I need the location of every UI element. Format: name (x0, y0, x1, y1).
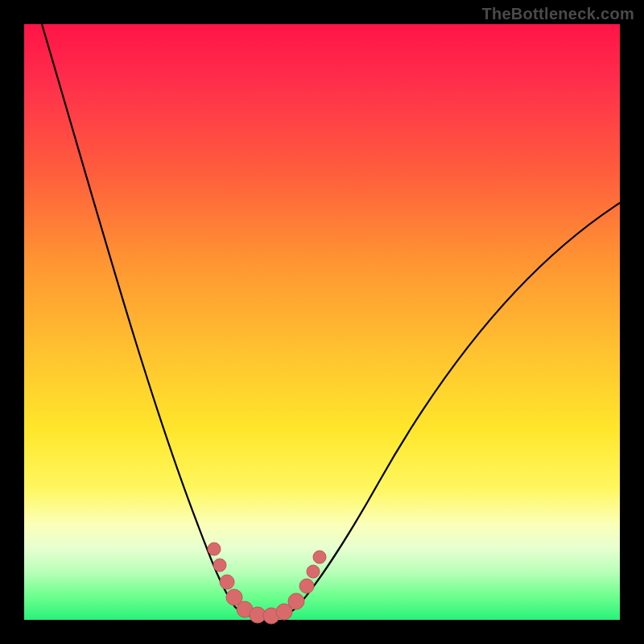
marker-dot (220, 575, 234, 589)
marker-dot (213, 559, 226, 572)
bottom-markers (208, 543, 326, 624)
marker-dot (299, 579, 314, 593)
marker-dot (208, 543, 221, 555)
bottleneck-curve (42, 24, 620, 618)
marker-dot (288, 593, 304, 609)
marker-dot (307, 565, 320, 578)
curve-svg (24, 24, 620, 620)
chart-frame: TheBottleneck.com (0, 0, 644, 644)
plot-area (24, 24, 620, 620)
marker-dot (313, 551, 326, 564)
watermark-text: TheBottleneck.com (481, 5, 634, 23)
